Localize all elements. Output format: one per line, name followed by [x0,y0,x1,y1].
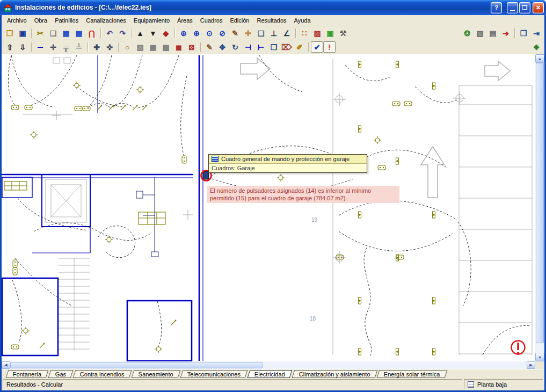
detail-window-button[interactable]: ❒ [517,27,530,39]
angle-button[interactable]: ∠ [280,27,293,39]
query-button[interactable]: ✐ [293,41,306,53]
render-3d-button[interactable]: ❂ [461,27,474,39]
check-design-button[interactable]: ✔ [311,41,323,53]
connect-right-button[interactable]: ⊢ [254,41,267,53]
tab-saneamiento[interactable]: Saneamiento [132,370,181,378]
toolbar-icon: ⊘ [219,30,225,37]
open-button[interactable]: ❐ [3,27,16,39]
redraw-button[interactable]: ✎ [229,27,242,39]
draw-cable-button[interactable]: ─ [34,41,47,53]
redo-button[interactable]: ↷ [116,27,129,39]
tab-fontaneria[interactable]: Fontanería [6,370,49,378]
plan-canvas[interactable]: 19 18 Cuadro general de mando y protecci… [2,54,535,361]
refresh-results-button[interactable]: ❖ [530,41,543,53]
toolbar-icon: ▣ [19,30,26,37]
job-data-button[interactable]: ▦ [60,27,72,39]
snap-magnet-button[interactable]: ⋂ [85,27,98,39]
report-table-button[interactable]: ▦ [72,27,85,39]
insert-symbol-button[interactable]: ✛ [47,41,60,53]
ortho-button[interactable]: ⊥ [267,27,280,39]
help-button[interactable]: ? [491,2,502,13]
close-button[interactable]: ✕ [533,2,544,13]
restore-button[interactable]: ❐ [519,2,530,13]
rotate-element-button[interactable]: ↻ [229,41,242,53]
plant-select-button[interactable]: ◆ [159,27,172,39]
error-exclamation-icon [512,341,525,354]
junction-down-button[interactable]: ╧ [72,41,85,53]
plan-drawing[interactable]: 19 18 [2,54,535,361]
menu-patinillos[interactable]: Patinillos [51,16,82,25]
reference-grid-button[interactable]: ∷ [298,27,311,39]
frames-button[interactable]: ❑ [254,27,267,39]
volume-button[interactable]: ◼ [172,41,185,53]
erase-button[interactable]: ⌦ [280,41,293,53]
current-plant-selector[interactable]: Planta baja [464,379,543,389]
menu-canalizaciones[interactable]: Canalizaciones [82,16,130,25]
plant-copy-button[interactable]: ❏ [47,27,60,39]
floor-up-button[interactable]: ⇧ [3,41,16,53]
pan-button[interactable]: ✚ [242,27,254,39]
copy-element-button[interactable]: ❐ [267,41,280,53]
vertical-scrollbar[interactable]: ▲ ▼ [535,54,544,361]
menu-resultados[interactable]: Resultados [253,16,290,25]
menu-ayuda[interactable]: Ayuda [290,16,315,25]
menu-cuadros[interactable]: Cuadros [196,16,227,25]
edit-element-button[interactable]: ✎ [203,41,216,53]
horizontal-scrollbar[interactable]: ◀ ▶ [2,361,535,369]
hatch-diagonal-button[interactable]: ▨ [134,41,147,53]
junction-up-button[interactable]: ╦ [60,41,72,53]
zoom-extents-button[interactable]: ⊙ [203,27,216,39]
scroll-up-button[interactable]: ▲ [535,54,544,63]
toolbar-icon: ❐ [271,43,278,51]
hatch-dense-button[interactable]: ▩ [159,41,172,53]
tab-contra-incendios[interactable]: Contra incendios [73,370,132,378]
show-warnings-button[interactable]: ! [323,41,336,53]
volume-delete-button[interactable]: ⊠ [185,41,198,53]
reference-point-button[interactable]: ✜ [103,41,116,53]
undo-button[interactable]: ↶ [103,27,116,39]
plant-edit-button[interactable]: ✂ [34,27,47,39]
menu-edicion[interactable]: Edición [226,16,253,25]
print-button[interactable]: ▤ [486,27,499,39]
window-switch-button[interactable]: ⇥ [530,27,543,39]
scroll-left-button[interactable]: ◀ [2,361,10,369]
toolbar-separator [98,27,103,39]
draw-region-button[interactable]: ○ [121,41,134,53]
toolbar-icon: ▧ [476,30,483,37]
templates-button[interactable]: ▣ [324,27,337,39]
add-node-button[interactable]: ✚ [90,41,103,53]
view-3d-button[interactable]: ▧ [474,27,486,39]
hatch-grid-button[interactable]: ▦ [147,41,159,53]
tab-gas[interactable]: Gas [48,370,74,378]
toolbar-icon: ❑ [258,30,265,37]
zoom-window-button[interactable]: ⊕ [190,27,203,39]
move-element-button[interactable]: ✥ [216,41,229,53]
menu-archivo[interactable]: Archivo [3,16,31,25]
toolbar-separator [306,41,311,53]
plant-down-button[interactable]: ▼ [147,27,159,39]
menu-obra[interactable]: Obra [31,16,51,25]
save-button[interactable]: ▣ [16,27,29,39]
vertical-scroll-thumb[interactable] [536,63,544,343]
menu-areas[interactable]: Áreas [173,16,196,25]
menu-equipamiento[interactable]: Equipamiento [130,16,173,25]
toolbar-icon: ↷ [119,30,126,37]
toolbar-icon: ✜ [106,43,113,51]
scroll-right-button[interactable]: ▶ [527,361,535,369]
layers-button[interactable]: ▨ [311,27,324,39]
floor-down-button[interactable]: ⇩ [16,41,29,53]
settings-button[interactable]: ⚒ [337,27,350,39]
tab-climatizacion[interactable]: Climatización y aislamiento [292,370,377,378]
tab-telecomunicaciones[interactable]: Telecomunicaciones [180,370,247,378]
minimize-button[interactable]: ▁ [507,2,518,13]
export-button[interactable]: ➔ [499,27,512,39]
tab-energia-solar[interactable]: Energía solar térmica [377,370,447,378]
tab-electricidad[interactable]: Electricidad [247,370,292,378]
toolbar-icon: ▨ [136,43,143,51]
zoom-previous-button[interactable]: ⊛ [177,27,190,39]
scroll-down-button[interactable]: ▼ [535,353,544,361]
plant-up-button[interactable]: ▲ [134,27,147,39]
zoom-scale-button[interactable]: ⊘ [216,27,229,39]
horizontal-scroll-thumb[interactable] [10,362,263,368]
connect-left-button[interactable]: ⊣ [242,41,254,53]
